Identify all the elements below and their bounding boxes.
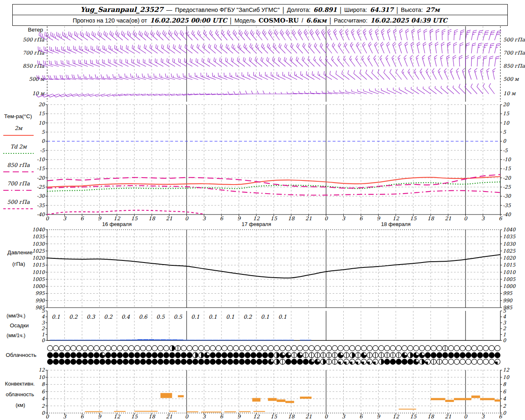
conv-xtick: 0: [46, 413, 49, 420]
precip-3h-amount: 0.2: [69, 314, 78, 320]
precip-hourly-bar: [73, 340, 79, 341]
precip-hourly-bar: [201, 340, 206, 341]
cloud-symbol: [268, 345, 274, 351]
temp-xtick: 21: [306, 215, 312, 221]
temp-xtick: 18: [148, 215, 155, 221]
cloud-symbol: [448, 359, 454, 364]
wind-level-label-right: 500 гПа: [503, 37, 525, 43]
cloud-symbol: [349, 345, 355, 351]
cloud-symbol: [76, 352, 82, 358]
cloud-symbol: [59, 345, 64, 351]
cloud-symbol: [204, 345, 210, 351]
precip-3h-amount: 0.1: [226, 314, 235, 320]
cloud-symbol: [111, 345, 116, 351]
wind-level-label-right: 850 гПа: [503, 63, 525, 69]
cloud-symbol: [390, 345, 395, 351]
convective-cloud-block: [471, 395, 480, 398]
cloud-symbol: [483, 359, 488, 364]
cloud-symbol: [280, 359, 285, 364]
conv-xtick: 12: [114, 413, 121, 420]
cloud-symbol: [123, 345, 128, 351]
cloud-symbol: [408, 352, 413, 358]
precip-hourly-bar: [96, 340, 102, 341]
precip-hourly-bar: [56, 340, 61, 341]
pressure-ytick-right: 1030: [503, 241, 516, 247]
convective-cloud-block: [431, 398, 445, 400]
precip-hourly-bar: [224, 340, 230, 341]
temp-xtick: 6: [80, 215, 84, 221]
precip-hourly-bar: [236, 340, 241, 341]
cloud-symbol: [175, 345, 180, 351]
cloud-symbol: [483, 352, 488, 358]
precip-hourly-bar: [50, 340, 55, 341]
conv-xtick: 0: [324, 413, 328, 420]
temp-ytick-right: 0: [503, 138, 507, 144]
convective-cloud-block: [277, 399, 285, 402]
pressure-ytick-right: 1040: [503, 227, 516, 233]
cloud-symbol: [53, 359, 59, 364]
cloud-symbol: [326, 345, 331, 351]
precip-hourly-bar: [120, 340, 125, 340]
cloud-symbol: [193, 345, 198, 351]
cloud-symbol: [140, 359, 146, 364]
convective-cloud-block: [399, 409, 416, 410]
conv-ytick-right: 4: [503, 396, 506, 402]
cloud-symbol: [221, 359, 227, 364]
convective-cloud-block: [187, 411, 198, 412]
conv-ytick-right: 8: [503, 381, 507, 387]
precip-ytick-right: 3: [503, 320, 507, 326]
wind-level-label-right: 500 м: [503, 76, 519, 82]
precip-ytick-left: 0: [41, 338, 45, 343]
cloud-symbol: [291, 345, 297, 351]
cloud-symbol: [454, 352, 459, 358]
cloud-symbol: [303, 352, 308, 358]
temp-series-500-гПа: [47, 210, 204, 215]
cloud-symbol: [379, 352, 384, 358]
cloud-symbol: [71, 345, 76, 351]
cloud-symbol: [443, 352, 448, 358]
cloud-symbol: [390, 359, 395, 364]
temp-ytick-left: -20: [37, 175, 46, 181]
cloud-symbol: [262, 352, 268, 358]
precip-ytick-right: 0: [503, 338, 507, 343]
cloud-symbol: [204, 359, 210, 364]
temp-xtick: 0: [185, 215, 189, 221]
temp-ytick-left: 20: [39, 102, 46, 107]
temp-ytick-right: -10: [503, 157, 511, 162]
precip-hourly-bar: [189, 340, 195, 341]
cloud-symbol: [268, 352, 274, 358]
temp-xtick: 6: [499, 215, 502, 221]
cloud-symbol: [320, 359, 326, 364]
wind-barbs-row-850гПа: [38, 55, 500, 66]
precip-3h-amount: 0.1: [208, 314, 217, 320]
cloud-symbol: [390, 352, 395, 358]
precip-ytick-left: 2: [41, 326, 45, 331]
temp-xtick: 12: [114, 215, 121, 221]
cloud-symbol: [274, 345, 279, 351]
precip-hourly-bar: [85, 340, 90, 341]
precip-3h-amount: 0.1: [52, 314, 60, 320]
cloud-symbol: [193, 359, 198, 364]
cloud-symbol: [129, 352, 134, 358]
cloud-symbol: [443, 359, 448, 364]
cloud-symbol: [466, 352, 471, 358]
cloud-symbol: [152, 345, 157, 351]
cloud-symbol: [373, 359, 378, 364]
cloud-symbol: [344, 352, 349, 358]
temp-legend-label: 700 гПа: [7, 180, 30, 187]
temp-ytick-right: -25: [503, 184, 511, 190]
temp-xtick: 0: [464, 215, 468, 221]
cloud-symbol: [82, 352, 87, 358]
pressure-ytick-left: 1035: [32, 234, 45, 240]
cloud-symbol: [210, 352, 215, 358]
cloud-symbol: [495, 345, 500, 351]
conv-xtick: 6: [359, 413, 363, 420]
cloud-symbol: [495, 352, 500, 358]
cloud-symbol: [158, 345, 163, 351]
cloudiness-section-title: Облачность: [6, 352, 37, 358]
cloud-symbol: [146, 352, 151, 358]
cloud-symbol: [472, 352, 477, 358]
cloud-symbol: [413, 352, 419, 358]
precip-hourly-bar: [253, 340, 259, 341]
cloud-symbol: [326, 359, 331, 364]
